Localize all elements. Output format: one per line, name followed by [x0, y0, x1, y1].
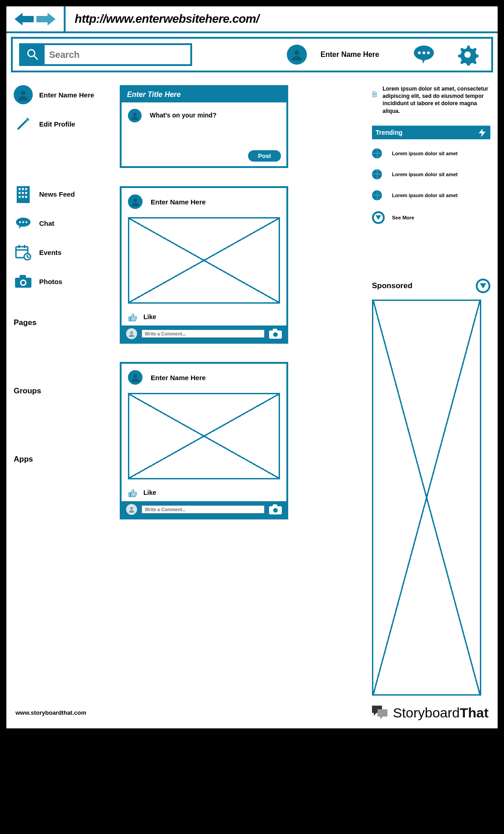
- svg-rect-20: [22, 196, 24, 198]
- back-arrow-icon[interactable]: [15, 12, 34, 26]
- trending-header: Trending: [372, 126, 490, 139]
- svg-rect-19: [19, 196, 20, 198]
- brand-logo: StoryboardThat: [371, 705, 489, 721]
- camera-icon[interactable]: [269, 329, 282, 339]
- svg-rect-45: [273, 504, 277, 507]
- post-button[interactable]: Post: [248, 150, 281, 162]
- comment-bar: [122, 501, 286, 518]
- svg-marker-0: [15, 13, 34, 25]
- bolt-icon: [478, 128, 487, 137]
- comment-input[interactable]: [142, 330, 265, 338]
- svg-point-10: [464, 51, 471, 58]
- sidebar-edit-profile[interactable]: Edit Profile: [14, 114, 112, 133]
- right-column: Lorem ipsum dolor sit amet, consectetur …: [372, 85, 490, 696]
- search-input[interactable]: [45, 45, 190, 64]
- topbar-username: Enter Name Here: [321, 51, 379, 59]
- svg-point-11: [21, 90, 26, 95]
- svg-point-26: [25, 221, 27, 223]
- trending-label: Lorem ipsum dolor sit amet: [392, 151, 458, 156]
- svg-point-25: [22, 221, 24, 223]
- svg-rect-18: [25, 192, 27, 194]
- building-icon: [14, 184, 33, 203]
- trending-item[interactable]: Lorem ipsum dolor sit amet: [372, 148, 490, 158]
- sidebar-section-groups[interactable]: Groups: [14, 386, 112, 396]
- svg-point-41: [273, 332, 278, 337]
- profile-avatar-icon: [14, 85, 33, 104]
- feed-post: Enter Name Here Like: [120, 186, 288, 344]
- svg-rect-14: [22, 188, 24, 190]
- app-frame: http://www.enterwebsitehere.com/ Enter N…: [5, 5, 499, 730]
- comment-input[interactable]: [142, 505, 265, 514]
- camera-icon: [14, 272, 33, 291]
- url-bar[interactable]: http://www.enterwebsitehere.com/: [66, 6, 498, 31]
- trending-label: Lorem ipsum dolor sit amet: [392, 193, 458, 198]
- chat-icon[interactable]: [413, 44, 435, 66]
- svg-line-3: [34, 56, 38, 60]
- sidebar-section-pages[interactable]: Pages: [14, 318, 112, 327]
- svg-point-2: [28, 50, 35, 56]
- svg-point-46: [273, 508, 278, 513]
- sidebar-item-label: News Feed: [39, 190, 75, 198]
- sidebar-item-chat[interactable]: Chat: [14, 214, 112, 233]
- comment-bar: [122, 325, 286, 342]
- feed-post: Enter Name Here Like: [120, 362, 288, 519]
- sponsored-placeholder: [372, 300, 481, 696]
- svg-marker-50: [479, 128, 486, 137]
- svg-point-38: [130, 331, 133, 334]
- search-icon[interactable]: [21, 45, 45, 64]
- speech-bubbles-icon: [371, 705, 389, 721]
- main-content: Enter Name Here Edit Profile News Feed: [6, 76, 498, 700]
- calendar-icon: [14, 243, 33, 262]
- sidebar-item-photos[interactable]: Photos: [14, 272, 112, 291]
- sidebar-item-label: Photos: [39, 278, 62, 285]
- camera-icon[interactable]: [269, 504, 282, 514]
- chevron-down-icon[interactable]: [476, 279, 490, 293]
- svg-marker-6: [422, 58, 426, 64]
- user-avatar-icon[interactable]: [287, 45, 307, 65]
- edit-profile-label: Edit Profile: [39, 120, 75, 128]
- post-author[interactable]: Enter Name Here: [151, 374, 206, 381]
- composer-avatar-icon: [128, 109, 142, 122]
- trending-item[interactable]: Lorem ipsum dolor sit amet: [372, 169, 490, 179]
- like-row[interactable]: Like: [122, 308, 286, 325]
- sidebar-section-apps[interactable]: Apps: [14, 455, 112, 464]
- info-block: Lorem ipsum dolor sit amet, consectetur …: [372, 85, 490, 115]
- see-more-button[interactable]: See More: [372, 211, 490, 224]
- info-text: Lorem ipsum dolor sit amet, consectetur …: [382, 85, 490, 115]
- post-avatar-icon[interactable]: [128, 194, 143, 209]
- svg-point-9: [427, 51, 430, 54]
- svg-point-24: [19, 221, 21, 223]
- sidebar-item-events[interactable]: Events: [14, 243, 112, 262]
- svg-point-8: [423, 51, 425, 54]
- trending-label: Lorem ipsum dolor sit amet: [392, 172, 458, 177]
- chevron-down-icon: [372, 211, 385, 224]
- sidebar-profile[interactable]: Enter Name Here: [14, 85, 112, 104]
- svg-marker-52: [480, 283, 486, 289]
- composer-prompt[interactable]: What's on your mind?: [150, 112, 216, 119]
- nav-arrows: [6, 6, 66, 31]
- sidebar-item-newsfeed[interactable]: News Feed: [14, 184, 112, 203]
- svg-marker-1: [36, 13, 56, 25]
- sidebar-item-label: Events: [39, 249, 61, 256]
- like-row[interactable]: Like: [122, 484, 286, 501]
- profile-name-label: Enter Name Here: [39, 91, 94, 99]
- svg-point-4: [295, 50, 300, 55]
- thumbs-up-icon: [128, 488, 138, 498]
- svg-point-37: [133, 198, 137, 202]
- post-image-placeholder: [128, 393, 280, 479]
- svg-rect-16: [19, 192, 20, 194]
- svg-rect-13: [19, 188, 20, 190]
- post-avatar-icon[interactable]: [128, 370, 143, 385]
- forward-arrow-icon[interactable]: [36, 12, 56, 26]
- svg-rect-17: [22, 192, 24, 194]
- like-label: Like: [143, 489, 156, 496]
- trending-item[interactable]: Lorem ipsum dolor sit amet: [372, 190, 490, 200]
- svg-point-36: [133, 112, 137, 116]
- svg-point-42: [133, 374, 137, 378]
- globe-icon: [372, 190, 382, 200]
- gear-icon[interactable]: [457, 44, 479, 66]
- svg-point-43: [130, 507, 133, 510]
- feed-column: Enter Title Here What's on your mind? Po…: [120, 85, 288, 696]
- post-author[interactable]: Enter Name Here: [151, 198, 206, 206]
- like-label: Like: [143, 313, 156, 320]
